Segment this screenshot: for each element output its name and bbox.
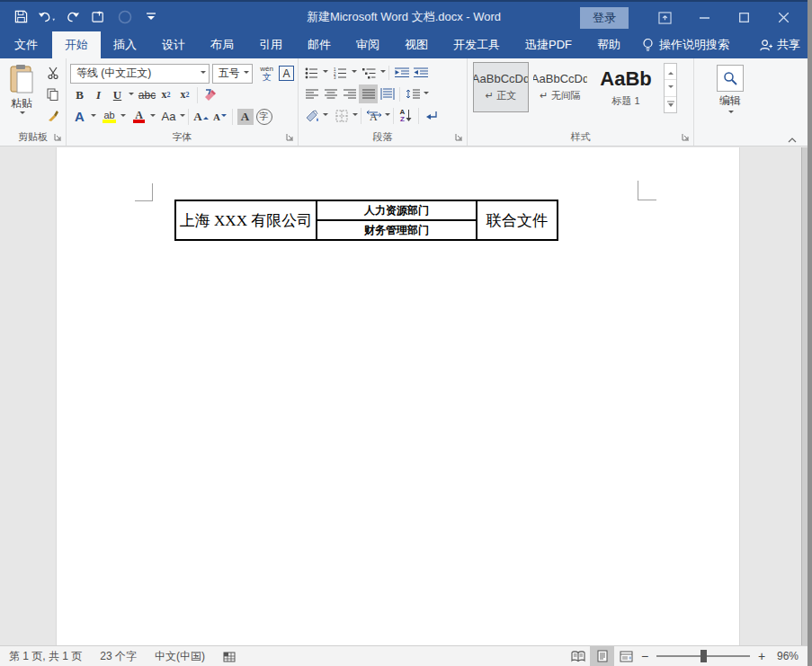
style-normal[interactable]: AaBbCcDd ↵ 正文 [473, 62, 529, 112]
page-number-status[interactable]: 第 1 页, 共 1 页 [0, 649, 91, 664]
format-painter-icon[interactable] [43, 106, 62, 125]
numbering-caret[interactable] [352, 70, 357, 75]
save-icon[interactable] [11, 7, 31, 27]
highlight-caret[interactable] [120, 114, 126, 120]
change-case-caret[interactable] [180, 114, 185, 120]
find-icon[interactable] [717, 65, 744, 92]
sort-icon[interactable]: A Z [397, 106, 415, 125]
align-right-icon[interactable] [340, 84, 359, 103]
font-color-caret[interactable] [150, 114, 156, 120]
paste-button[interactable]: 粘贴 [4, 61, 40, 129]
close-button[interactable] [763, 3, 803, 32]
zoom-slider[interactable] [656, 655, 750, 657]
signin-button[interactable]: 登录 [580, 7, 629, 29]
tab-insert[interactable]: 插入 [101, 31, 149, 58]
tab-design[interactable]: 设计 [149, 31, 198, 58]
tell-me-search[interactable]: 操作说明搜索 [633, 31, 738, 58]
bullets-caret[interactable] [323, 70, 328, 75]
table-cell-company[interactable]: 上海 XXX 有限公司 [176, 201, 317, 239]
align-center-icon[interactable] [321, 84, 340, 103]
language-status[interactable]: 中文(中国) [146, 649, 214, 664]
read-mode-icon[interactable] [566, 646, 590, 666]
tab-mailings[interactable]: 邮件 [295, 31, 344, 58]
styles-dialog-launcher-icon[interactable] [682, 133, 691, 142]
collapse-ribbon-icon[interactable] [788, 138, 797, 143]
style-heading1[interactable]: AaBb 标题 1 [592, 62, 660, 112]
macro-recorder-icon[interactable] [214, 651, 245, 662]
share-button[interactable]: 共享 [759, 31, 800, 58]
font-color-button[interactable]: A [129, 107, 148, 126]
shading-caret[interactable] [323, 113, 328, 119]
undo-icon[interactable] [37, 7, 57, 27]
style-no-spacing[interactable]: AaBbCcDd ↵ 无间隔 [532, 62, 588, 112]
highlight-color-button[interactable]: ab [100, 107, 119, 126]
word-count-status[interactable]: 23 个字 [91, 649, 146, 664]
font-size-combo[interactable]: 五号 [212, 64, 254, 84]
strikethrough-button[interactable]: abc [138, 85, 156, 104]
vertical-scrollbar[interactable] [801, 147, 808, 645]
tab-review[interactable]: 审阅 [344, 31, 392, 58]
grow-font-button[interactable]: A [192, 107, 210, 126]
text-effects-button[interactable]: A [70, 107, 89, 126]
account-circle-icon[interactable] [115, 7, 135, 27]
subscript-button[interactable]: x2 [156, 85, 175, 104]
table-cell-dept-top[interactable]: 人力资源部门 [317, 201, 476, 221]
underline-button[interactable]: U [108, 85, 127, 104]
bullets-icon[interactable] [302, 64, 321, 83]
web-layout-icon[interactable] [614, 646, 638, 666]
show-hide-marks-icon[interactable] [422, 106, 441, 125]
numbering-icon[interactable]: 123 [331, 64, 350, 83]
zoom-in-button[interactable]: + [755, 649, 768, 663]
document-page[interactable]: 上海 XXX 有限公司 人力资源部门 财务管理部门 联合文件 [57, 147, 739, 645]
shading-icon[interactable] [302, 106, 321, 125]
table-cell-dept-bottom[interactable]: 财务管理部门 [317, 221, 476, 239]
table-cell-departments[interactable]: 人力资源部门 财务管理部门 [317, 201, 477, 239]
styles-scroll-up-icon[interactable] [665, 64, 676, 80]
underline-caret[interactable] [129, 93, 134, 98]
styles-scroll-down-icon[interactable] [665, 80, 676, 96]
asian-layout-caret[interactable] [385, 113, 390, 119]
tab-pdf[interactable]: 迅捷PDF [513, 31, 584, 58]
asian-layout-icon[interactable]: A [364, 106, 383, 125]
cut-icon[interactable] [43, 63, 62, 82]
enclose-characters-button[interactable]: 字 [254, 107, 273, 126]
italic-button[interactable]: I [89, 85, 108, 104]
table-cell-doctype[interactable]: 联合文件 [477, 201, 557, 239]
clear-formatting-icon[interactable] [201, 85, 219, 104]
superscript-button[interactable]: x2 [175, 85, 194, 104]
font-name-combo[interactable]: 等线 (中文正文) [70, 64, 210, 84]
tab-home[interactable]: 开始 [52, 31, 101, 58]
increase-indent-icon[interactable] [411, 64, 430, 83]
multilevel-list-icon[interactable] [360, 64, 379, 83]
minimize-button[interactable] [684, 3, 724, 32]
redo-icon[interactable] [63, 7, 83, 27]
tab-developer[interactable]: 开发工具 [441, 31, 513, 58]
character-border-icon[interactable]: A [279, 66, 294, 81]
phonetic-guide-icon[interactable]: wén 文 [257, 64, 276, 83]
multilevel-caret[interactable] [380, 70, 386, 75]
shrink-font-button[interactable]: A [210, 107, 229, 126]
zoom-percentage[interactable]: 96% [768, 650, 802, 662]
touch-mouse-mode-icon[interactable] [89, 7, 109, 27]
tab-references[interactable]: 引用 [246, 31, 295, 58]
ribbon-display-options-icon[interactable] [645, 3, 684, 32]
borders-icon[interactable] [332, 106, 351, 125]
clipboard-dialog-launcher-icon[interactable] [54, 133, 63, 142]
tab-file[interactable]: 文件 [0, 31, 52, 58]
paragraph-dialog-launcher-icon[interactable] [455, 133, 464, 142]
zoom-out-button[interactable]: − [638, 649, 651, 663]
align-left-icon[interactable] [302, 84, 321, 103]
distribute-icon[interactable] [378, 84, 397, 103]
line-spacing-icon[interactable] [403, 84, 422, 103]
decrease-indent-icon[interactable] [392, 64, 411, 83]
font-dialog-launcher-icon[interactable] [286, 133, 295, 142]
styles-gallery-more-icon[interactable] [665, 97, 676, 112]
tab-help[interactable]: 帮助 [584, 31, 633, 58]
line-spacing-caret[interactable] [424, 92, 429, 97]
copy-icon[interactable] [43, 84, 62, 103]
zoom-slider-thumb[interactable] [700, 650, 707, 662]
bold-button[interactable]: B [70, 85, 89, 104]
maximize-button[interactable] [724, 3, 763, 32]
character-shading-button[interactable]: A [236, 107, 254, 126]
document-table[interactable]: 上海 XXX 有限公司 人力资源部门 财务管理部门 联合文件 [174, 200, 558, 241]
